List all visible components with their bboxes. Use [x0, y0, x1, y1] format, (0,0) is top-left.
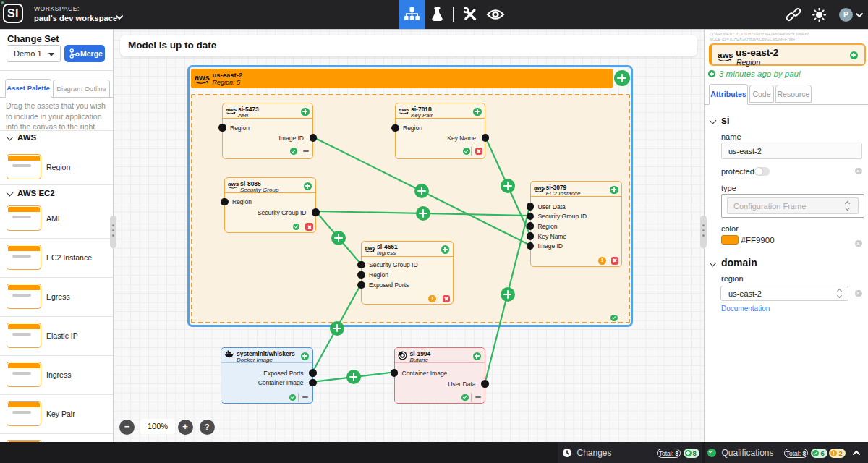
svg-text:aws: aws — [226, 106, 237, 113]
svg-text:aws: aws — [399, 106, 409, 113]
svg-text:aws: aws — [365, 245, 375, 251]
svg-text:aws: aws — [228, 181, 239, 187]
svg-text:aws: aws — [534, 184, 545, 191]
svg-text:aws: aws — [718, 51, 733, 59]
